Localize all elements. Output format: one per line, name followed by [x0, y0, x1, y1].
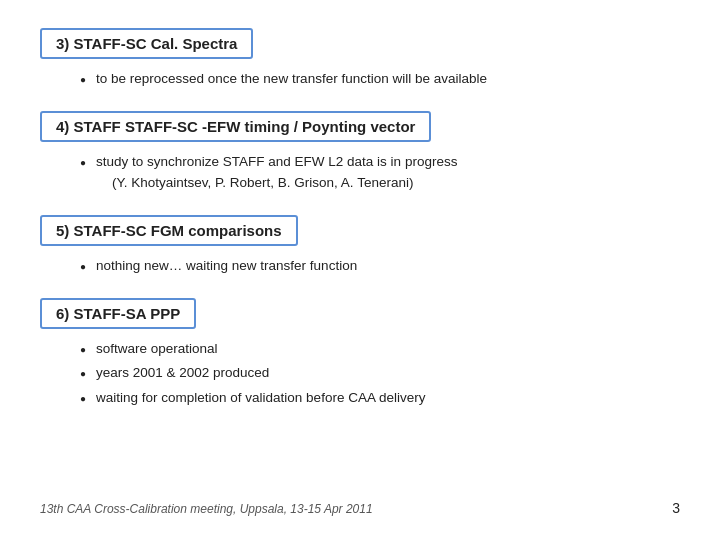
list-item: nothing new… waiting new transfer functi… — [80, 256, 680, 276]
section-6-bullets: software operational years 2001 & 2002 p… — [80, 339, 680, 408]
section-3-title: 3) STAFF-SC Cal. Spectra — [40, 28, 253, 59]
list-item: to be reprocessed once the new transfer … — [80, 69, 680, 89]
section-6-title: 6) STAFF-SA PPP — [40, 298, 196, 329]
section-5-block: 5) STAFF-SC FGM comparisons nothing new…… — [40, 215, 680, 276]
list-item: years 2001 & 2002 produced — [80, 363, 680, 383]
section-4-title: 4) STAFF STAFF-SC -EFW timing / Poynting… — [40, 111, 431, 142]
section-6-block: 6) STAFF-SA PPP software operational yea… — [40, 298, 680, 408]
page-content: 3) STAFF-SC Cal. Spectra to be reprocess… — [0, 0, 720, 450]
section-4-block: 4) STAFF STAFF-SC -EFW timing / Poynting… — [40, 111, 680, 193]
section-4-bullets: study to synchronize STAFF and EFW L2 da… — [80, 152, 680, 193]
section-3-block: 3) STAFF-SC Cal. Spectra to be reprocess… — [40, 28, 680, 89]
list-item: waiting for completion of validation bef… — [80, 388, 680, 408]
sub-text: (Y. Khotyaintsev, P. Robert, B. Grison, … — [112, 173, 680, 193]
footer-text: 13th CAA Cross-Calibration meeting, Upps… — [40, 502, 373, 516]
section-5-bullets: nothing new… waiting new transfer functi… — [80, 256, 680, 276]
section-3-bullets: to be reprocessed once the new transfer … — [80, 69, 680, 89]
list-item: software operational — [80, 339, 680, 359]
page-number: 3 — [672, 500, 680, 516]
list-item: study to synchronize STAFF and EFW L2 da… — [80, 152, 680, 193]
section-5-title: 5) STAFF-SC FGM comparisons — [40, 215, 298, 246]
